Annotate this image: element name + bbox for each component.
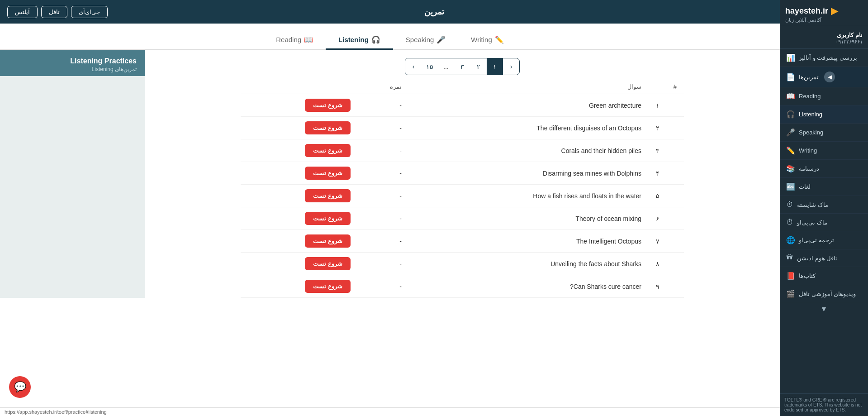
sidebar-item-books-label: کتاب‌ها — [799, 273, 816, 279]
start-test-button[interactable]: شروع تست — [305, 144, 351, 157]
start-test-button[interactable]: شروع تست — [305, 234, 351, 248]
row-action: شروع تست — [241, 162, 358, 185]
sidebar-item-mak-shayesteh-label: ماک شایسته — [797, 201, 828, 208]
row-question: Green architecture — [409, 94, 649, 117]
prev-page-button[interactable]: ‹ — [503, 58, 519, 75]
pagination: ‹ ۱ ۲ ۳ ... ۱۵ › — [405, 58, 520, 75]
speaking-tab-icon: 🎤 — [436, 35, 446, 44]
row-num: ۲ — [649, 117, 684, 139]
sidebar-item-toefl-home[interactable]: تافل هوم ادیشن 🏛 — [780, 249, 868, 267]
writing-tab-icon: ✏️ — [495, 35, 504, 44]
sidebar-item-reading[interactable]: Reading 📖 — [780, 87, 868, 105]
videos-icon: 🎬 — [786, 290, 795, 298]
sidebar-item-toefl-home-label: تافل هوم ادیشن — [797, 255, 837, 262]
col-score: نمره — [358, 80, 409, 94]
header-buttons: جی‌ای‌آی تافل آیلتس — [7, 6, 108, 18]
tab-reading-label: Reading — [276, 36, 301, 43]
table-row: ۷ The Intelligent Octopus - شروع تست — [241, 230, 684, 253]
row-score: - — [358, 94, 409, 117]
translate-tpo-icon: 🌐 — [786, 236, 795, 244]
row-question: The different disguises of an Octopus — [409, 117, 649, 139]
sidebar-item-speaking-label: Speaking — [799, 129, 823, 136]
sidebar-item-vocabulary[interactable]: لغات 🔤 — [780, 178, 868, 196]
tab-speaking[interactable]: 🎤 Speaking — [393, 31, 459, 50]
sidebar-item-exercises[interactable]: ◀ تمرین‌ها 📄 — [780, 67, 868, 87]
tab-reading[interactable]: 📖 Reading — [263, 31, 326, 50]
sidebar-item-curriculum-label: درسنامه — [799, 165, 819, 172]
start-test-button[interactable]: شروع تست — [305, 99, 351, 112]
row-score: - — [358, 207, 409, 230]
sidebar-item-analytics[interactable]: بررسی پیشرفت و آنالیز 📊 — [780, 49, 868, 67]
start-test-button[interactable]: شروع تست — [305, 189, 351, 202]
page-15-button[interactable]: ۱۵ — [422, 58, 438, 75]
jayarai-button[interactable]: جی‌ای‌آی — [71, 6, 108, 18]
row-action: شروع تست — [241, 117, 358, 139]
url-display: https://app.shayesteh.ir/toefl/practice#… — [5, 409, 107, 415]
sidebar-item-reading-label: Reading — [799, 93, 821, 100]
row-num: ۶ — [649, 207, 684, 230]
start-test-button[interactable]: شروع تست — [305, 167, 351, 180]
col-question: سوال — [409, 80, 649, 94]
sidebar-item-mak-tpo[interactable]: ماک تی‌پی‌او ⏱ — [780, 214, 868, 231]
chat-button[interactable]: 💬 — [9, 376, 31, 398]
row-question: Can Sharks cure cancer? — [409, 275, 649, 298]
logo-subtitle: آکادمی آنلاین زبان — [785, 17, 821, 23]
table-row: ۲ The different disguises of an Octopus … — [241, 117, 684, 139]
mak-shayesteh-icon: ⏱ — [786, 201, 793, 209]
row-question: Theory of ocean mixing — [409, 207, 649, 230]
row-score: - — [358, 253, 409, 275]
row-num: ۸ — [649, 253, 684, 275]
page-1-button[interactable]: ۱ — [487, 58, 503, 75]
page-2-button[interactable]: ۲ — [470, 58, 487, 75]
row-score: - — [358, 230, 409, 253]
row-num: ۳ — [649, 139, 684, 162]
row-score: - — [358, 162, 409, 185]
sidebar-item-speaking[interactable]: Speaking 🎤 — [780, 124, 868, 142]
sidebar-item-writing[interactable]: Writing ✏️ — [780, 142, 868, 160]
sidebar-item-books[interactable]: کتاب‌ها 📕 — [780, 267, 868, 285]
start-test-button[interactable]: شروع تست — [305, 280, 351, 293]
start-test-button[interactable]: شروع تست — [305, 212, 351, 225]
start-test-button[interactable]: شروع تست — [305, 257, 351, 270]
table-row: ۳ Corals and their hidden piles - شروع ت… — [241, 139, 684, 162]
sidebar-item-listening[interactable]: Listening 🎧 — [780, 105, 868, 124]
next-page-button[interactable]: › — [405, 58, 422, 75]
page-separator: ... — [438, 58, 454, 75]
sidebar-user: نام کاربری ۰۹۱۲۳۶۹۶۶۱ — [780, 26, 868, 49]
sidebar-item-translate-tpo-label: ترجمه تی‌پی‌او — [799, 237, 834, 244]
listening-icon: 🎧 — [786, 110, 795, 119]
table-row: ۹ Can Sharks cure cancer? - شروع تست — [241, 275, 684, 298]
speaking-icon: 🎤 — [786, 128, 795, 137]
sidebar-item-exercises-label: تمرین‌ها — [799, 74, 819, 81]
tab-listening[interactable]: 🎧 Listening — [326, 31, 393, 50]
listening-tab-icon: 🎧 — [371, 35, 380, 44]
row-action: شروع تست — [241, 139, 358, 162]
sidebar-scroll-down[interactable]: ▼ — [780, 303, 868, 315]
page-3-button[interactable]: ۳ — [454, 58, 470, 75]
tab-listening-label: Listening — [338, 36, 369, 43]
sidebar-item-videos[interactable]: ویدیوهای آموزشی تافل 🎬 — [780, 285, 868, 303]
exercises-icon: 📄 — [786, 73, 795, 81]
row-num: ۴ — [649, 162, 684, 185]
start-test-button[interactable]: شروع تست — [305, 121, 351, 134]
aylts-button[interactable]: آیلتس — [7, 6, 38, 18]
row-action: شروع تست — [241, 94, 358, 117]
sidebar-item-analytics-label: بررسی پیشرفت و آنالیز — [799, 54, 857, 61]
row-score: - — [358, 275, 409, 298]
row-score: - — [358, 117, 409, 139]
sidebar-item-videos-label: ویدیوهای آموزشی تافل — [799, 291, 856, 297]
sidebar-item-translate-tpo[interactable]: ترجمه تی‌پی‌او 🌐 — [780, 231, 868, 249]
row-num: ۹ — [649, 275, 684, 298]
table-row: ۴ Disarming sea mines with Dolphins - شر… — [241, 162, 684, 185]
row-action: شروع تست — [241, 275, 358, 298]
sidebar-item-mak-shayesteh[interactable]: ماک شایسته ⏱ — [780, 196, 868, 214]
row-score: - — [358, 185, 409, 207]
curriculum-icon: 📚 — [786, 164, 795, 173]
row-action: شروع تست — [241, 207, 358, 230]
right-panel: Listening Practices تمرین‌های Listening — [0, 50, 145, 298]
main-table-area: ‹ ۱ ۲ ۳ ... ۱۵ › # سوال نمره — [145, 50, 780, 298]
reading-icon: 📖 — [786, 92, 795, 100]
tafl-button[interactable]: تافل — [41, 6, 67, 18]
sidebar-item-curriculum[interactable]: درسنامه 📚 — [780, 160, 868, 178]
tab-writing[interactable]: ✏️ Writing — [458, 31, 516, 50]
